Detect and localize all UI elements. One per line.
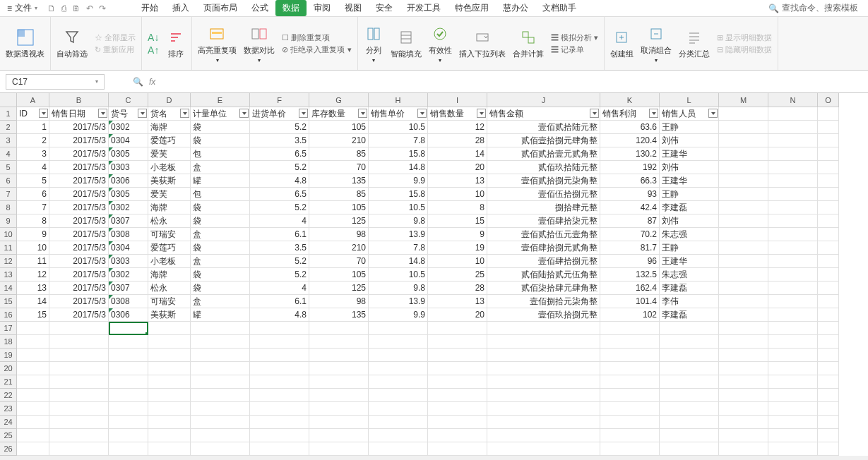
cell[interactable] <box>309 402 369 416</box>
cell[interactable]: 王建华 <box>660 147 719 161</box>
col-header-L[interactable]: L <box>660 93 719 107</box>
cell[interactable]: 李建磊 <box>660 282 719 295</box>
cell[interactable] <box>818 161 839 174</box>
cell[interactable]: 贰佰玖拾陆元整 <box>487 161 600 174</box>
col-header-K[interactable]: K <box>600 93 660 107</box>
cell[interactable]: 0302 <box>109 201 148 214</box>
cell[interactable] <box>250 416 309 429</box>
cell[interactable]: 7.8 <box>369 134 428 147</box>
cell[interactable] <box>369 335 428 349</box>
cell[interactable] <box>768 416 818 429</box>
cell[interactable]: 5.2 <box>250 121 309 134</box>
cell[interactable]: 96 <box>600 255 660 268</box>
cell[interactable]: 10 <box>428 188 487 201</box>
cell[interactable] <box>428 402 487 416</box>
cell[interactable]: 盒 <box>191 161 250 174</box>
ungroup-button[interactable]: 取消组合▾ <box>641 24 672 63</box>
cell[interactable] <box>428 416 487 429</box>
print-icon[interactable]: ⎙ <box>61 4 66 13</box>
cell[interactable]: 壹佰肆拾捌元贰角整 <box>487 241 600 255</box>
cell[interactable] <box>818 134 839 147</box>
row-header[interactable]: 8 <box>0 201 17 214</box>
cell[interactable]: 13 <box>17 282 49 295</box>
cell[interactable]: 13.9 <box>369 228 428 241</box>
remove-dup-button[interactable]: ☐ 删除重复项 <box>282 32 351 43</box>
row-header[interactable]: 12 <box>0 255 17 268</box>
cell[interactable] <box>719 442 768 456</box>
cell[interactable] <box>49 442 109 456</box>
filter-button[interactable] <box>239 109 249 118</box>
cell[interactable]: 15 <box>428 214 487 228</box>
cell[interactable]: 李伟 <box>660 295 719 308</box>
cell[interactable]: 9.8 <box>369 282 428 295</box>
cell[interactable] <box>109 375 148 389</box>
row-header[interactable]: 19 <box>0 349 17 362</box>
cell[interactable]: 松永 <box>148 282 191 295</box>
undo-icon[interactable]: ↶ <box>86 4 93 13</box>
cell[interactable] <box>818 308 839 322</box>
cell[interactable]: 2017/5/3 <box>49 188 109 201</box>
row-header[interactable]: 3 <box>0 134 17 147</box>
cell[interactable] <box>191 362 250 375</box>
cell[interactable]: 罐 <box>191 174 250 188</box>
cell[interactable] <box>719 389 768 402</box>
cell[interactable]: 销售数量 <box>428 107 487 121</box>
cell[interactable]: 2 <box>17 134 49 147</box>
formula-input[interactable] <box>161 75 797 89</box>
cell[interactable]: 包 <box>191 147 250 161</box>
row-header[interactable]: 25 <box>0 429 17 442</box>
cell[interactable] <box>768 295 818 308</box>
row-header[interactable]: 21 <box>0 375 17 389</box>
cell[interactable]: 6.5 <box>250 188 309 201</box>
fx-icon[interactable]: 🔍 <box>133 77 143 87</box>
cell[interactable] <box>369 349 428 362</box>
cell[interactable]: 2017/5/3 <box>49 295 109 308</box>
cell[interactable]: 李建磊 <box>660 201 719 214</box>
cell[interactable] <box>17 375 49 389</box>
cell[interactable]: 7.8 <box>369 241 428 255</box>
cell[interactable] <box>818 214 839 228</box>
cell[interactable] <box>600 389 660 402</box>
cell[interactable] <box>600 429 660 442</box>
cell[interactable]: 壹佰贰拾伍元壹角整 <box>487 228 600 241</box>
cell[interactable] <box>600 362 660 375</box>
cell[interactable]: 105 <box>309 268 369 282</box>
autofilter-button[interactable]: 自动筛选 <box>57 28 88 59</box>
cell[interactable]: 210 <box>309 134 369 147</box>
cell[interactable]: 10 <box>428 255 487 268</box>
cell[interactable]: 98 <box>309 228 369 241</box>
cell[interactable]: 李建磊 <box>660 308 719 322</box>
filter-button[interactable] <box>477 109 486 118</box>
cell[interactable]: 10 <box>17 241 49 255</box>
cell[interactable] <box>719 429 768 442</box>
cell[interactable]: 15.8 <box>369 188 428 201</box>
row-header[interactable]: 13 <box>0 268 17 282</box>
cell[interactable] <box>818 416 839 429</box>
cell[interactable]: 0308 <box>109 295 148 308</box>
cell[interactable] <box>487 322 600 335</box>
filter-button[interactable] <box>358 109 367 118</box>
cell[interactable]: 1 <box>17 121 49 134</box>
col-header-H[interactable]: H <box>369 93 428 107</box>
cell[interactable] <box>768 322 818 335</box>
cell[interactable]: 0308 <box>109 228 148 241</box>
cell[interactable] <box>109 442 148 456</box>
row-header[interactable]: 14 <box>0 282 17 295</box>
cell[interactable]: 2017/5/3 <box>49 282 109 295</box>
cell[interactable]: 2017/5/3 <box>49 134 109 147</box>
cell[interactable] <box>148 389 191 402</box>
consolidate-button[interactable]: 合并计算 <box>513 28 544 59</box>
cell[interactable] <box>818 282 839 295</box>
cell[interactable] <box>250 402 309 416</box>
cell[interactable] <box>768 161 818 174</box>
cell[interactable]: 袋 <box>191 201 250 214</box>
cell[interactable] <box>309 375 369 389</box>
cell[interactable]: 15.8 <box>369 147 428 161</box>
row-header[interactable]: 22 <box>0 389 17 402</box>
cell[interactable] <box>600 416 660 429</box>
cell[interactable] <box>369 322 428 335</box>
cell[interactable] <box>250 375 309 389</box>
cell[interactable] <box>148 335 191 349</box>
cell[interactable]: 3.5 <box>250 241 309 255</box>
name-box[interactable]: C17 ▾ <box>6 74 105 90</box>
